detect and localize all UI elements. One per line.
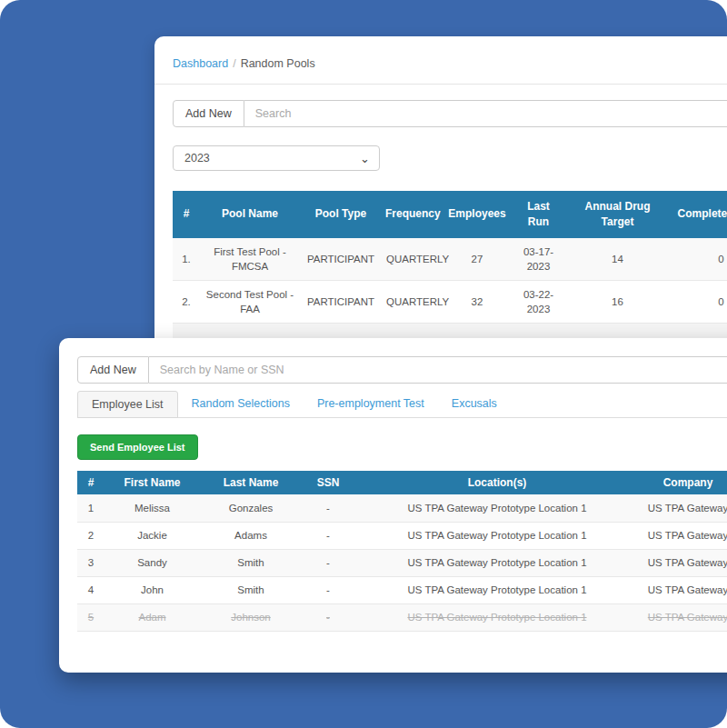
emp-ssn: - [302,522,354,549]
emp-locations: US TPA Gateway Prototype Location 1 [354,603,640,631]
emp-first-name: Melissa [105,494,200,522]
pools-col-pool-name: Pool Name [200,191,300,238]
tab-random-selections[interactable]: Random Selections [178,391,304,417]
add-new-pool-button[interactable]: Add New [173,100,244,127]
employee-table: # First Name Last Name SSN Location(s) C… [77,471,727,632]
emp-number: 4 [77,576,105,603]
emp-last-name: Adams [200,522,302,549]
pools-table-header-row: # Pool Name Pool Type Frequency Employee… [173,191,727,238]
emp-col-locations: Location(s) [354,471,640,494]
emp-company: US TPA Gateway [640,603,727,631]
emp-ssn: - [302,603,354,631]
emp-locations: US TPA Gateway Prototype Location 1 [354,576,640,603]
emp-locations: US TPA Gateway Prototype Location 1 [354,549,640,576]
employee-row[interactable]: 3 Sandy Smith - US TPA Gateway Prototype… [77,549,727,576]
breadcrumb-current: Random Pools [241,57,315,70]
emp-locations: US TPA Gateway Prototype Location 1 [354,522,640,549]
employee-row-removed[interactable]: 5 Adam Johnson - US TPA Gateway Prototyp… [77,603,727,631]
employee-tabs: Employee List Random Selections Pre-empl… [77,391,727,418]
emp-company: US TPA Gateway [640,549,727,576]
emp-first-name: Adam [105,603,200,631]
pool-employees: 27 [443,238,512,281]
pool-frequency: QUARTERLY [382,238,443,281]
pool-annual-drug-target: 16 [565,281,670,324]
pool-completed-tests: 0 [670,238,727,281]
employee-table-header-row: # First Name Last Name SSN Location(s) C… [77,471,727,494]
tab-excusals[interactable]: Excusals [438,391,511,417]
pools-col-pool-type: Pool Type [300,191,382,238]
pools-col-employees: Employees [443,191,512,238]
employee-list-card: Add New Employee List Random Selections … [59,338,727,673]
emp-number: 5 [77,603,105,631]
add-new-employee-button[interactable]: Add New [77,356,149,384]
pool-last-run: 03-17-2023 [512,238,565,281]
emp-first-name: Jackie [105,522,200,549]
emp-last-name: Gonzales [200,494,302,522]
employee-row[interactable]: 4 John Smith - US TPA Gateway Prototype … [77,576,727,603]
tab-pre-employment-test[interactable]: Pre-employment Test [304,391,438,417]
pool-row-number: 2. [173,281,200,324]
emp-first-name: John [105,576,200,603]
year-select-value: 2023 [184,152,210,165]
pools-search-input[interactable] [244,100,727,127]
send-employee-list-button[interactable]: Send Employee List [77,434,198,460]
year-select[interactable]: 2023 ⌄ [173,145,380,171]
pool-annual-drug-target: 14 [565,238,670,281]
pools-col-annual-drug-target: Annual Drug Target [565,191,670,238]
emp-col-last-name: Last Name [200,471,302,494]
emp-first-name: Sandy [105,549,200,576]
emp-company: US TPA Gateway [640,576,727,603]
emp-last-name: Johnson [200,603,302,631]
pools-table-row[interactable]: 1. First Test Pool - FMCSA PARTICIPANT Q… [173,238,727,281]
pools-table: # Pool Name Pool Type Frequency Employee… [173,191,727,360]
pools-col-frequency: Frequency [382,191,443,238]
pool-name: First Test Pool - FMCSA [200,238,300,281]
emp-number: 3 [77,549,105,576]
pool-type: PARTICIPANT [300,238,382,281]
emp-locations: US TPA Gateway Prototype Location 1 [354,494,640,522]
breadcrumb: Dashboard/Random Pools [154,36,727,85]
employee-row[interactable]: 2 Jackie Adams - US TPA Gateway Prototyp… [77,522,727,549]
chevron-down-icon: ⌄ [360,153,370,165]
breadcrumb-separator: / [233,57,235,70]
pools-search-group: Add New [173,100,727,127]
emp-last-name: Smith [200,549,302,576]
emp-number: 2 [77,522,105,549]
pool-type: PARTICIPANT [300,281,382,324]
pools-col-completed-tests: Completed Tests [670,191,727,238]
emp-number: 1 [77,494,105,522]
tab-employee-list[interactable]: Employee List [77,391,178,418]
emp-col-company: Company [640,471,727,494]
pools-col-last-run: Last Run [512,191,565,238]
pool-name: Second Test Pool - FAA [200,281,300,324]
pool-row-number: 1. [173,238,200,281]
emp-ssn: - [302,549,354,576]
pools-table-row[interactable]: 2. Second Test Pool - FAA PARTICIPANT QU… [173,281,727,324]
pool-frequency: QUARTERLY [382,281,443,324]
page-background: Dashboard/Random Pools Add New 2023 ⌄ # [0,0,727,728]
pool-completed-tests: 0 [670,281,727,324]
pool-last-run: 03-22-2023 [512,281,565,324]
emp-ssn: - [302,494,354,522]
pools-col-number: # [173,191,200,238]
emp-company: US TPA Gateway [640,494,727,522]
employee-search-group: Add New [77,356,727,384]
emp-ssn: - [302,576,354,603]
pool-employees: 32 [443,281,512,324]
emp-col-first-name: First Name [105,471,200,494]
employee-search-input[interactable] [149,356,727,384]
employee-row[interactable]: 1 Melissa Gonzales - US TPA Gateway Prot… [77,494,727,522]
emp-col-ssn: SSN [302,471,354,494]
emp-last-name: Smith [200,576,302,603]
emp-company: US TPA Gateway [640,522,727,549]
breadcrumb-link-dashboard[interactable]: Dashboard [173,57,228,70]
emp-col-number: # [77,471,105,494]
